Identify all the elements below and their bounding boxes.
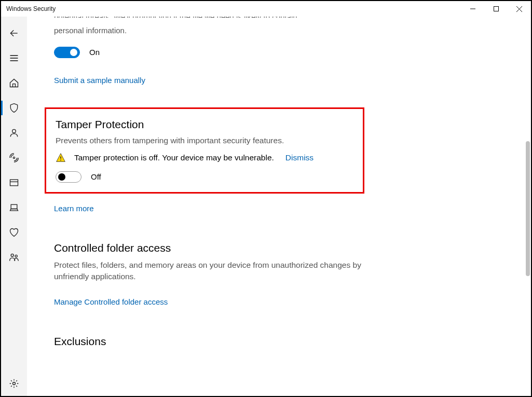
person-icon — [9, 128, 19, 138]
sidebar-item-account[interactable] — [1, 120, 27, 145]
gear-icon — [9, 378, 19, 389]
svg-rect-1 — [494, 7, 498, 11]
maximize-icon — [494, 6, 499, 11]
truncated-text-top: potential threats. We'll prompt you if t… — [54, 17, 454, 18]
exclusions-section: Exclusions — [54, 335, 454, 348]
maximize-button[interactable] — [484, 1, 508, 17]
sidebar-item-home[interactable] — [1, 71, 27, 95]
scrollbar-thumb[interactable] — [526, 141, 530, 276]
truncated-text-line2: personal information. — [54, 25, 454, 36]
dismiss-link[interactable]: Dismiss — [285, 153, 313, 162]
sidebar-item-firewall[interactable] — [1, 145, 27, 170]
tamper-toggle[interactable] — [56, 171, 81, 183]
tamper-learn-more-link[interactable]: Learn more — [54, 204, 94, 213]
main-content[interactable]: potential threats. We'll prompt you if t… — [27, 17, 531, 396]
tamper-toggle-state: Off — [91, 172, 101, 181]
sidebar-item-family[interactable] — [1, 245, 27, 270]
submit-sample-link[interactable]: Submit a sample manually — [54, 76, 145, 85]
close-icon — [516, 6, 522, 12]
sidebar — [1, 17, 27, 396]
shield-icon — [9, 103, 19, 113]
window-icon — [9, 177, 19, 188]
close-button[interactable] — [508, 1, 531, 17]
controlled-folder-section: Controlled folder access Protect files, … — [54, 242, 454, 306]
tamper-warning-text: Tamper protection is off. Your device ma… — [74, 153, 274, 162]
svg-point-18 — [60, 159, 61, 160]
family-icon — [9, 252, 19, 263]
laptop-icon — [9, 202, 19, 213]
sidebar-item-device-security[interactable] — [1, 195, 27, 220]
svg-rect-12 — [11, 204, 17, 209]
cfa-heading: Controlled folder access — [54, 242, 454, 254]
automatic-sample-toggle[interactable] — [54, 47, 80, 58]
minimize-button[interactable] — [461, 1, 484, 17]
svg-rect-10 — [10, 180, 18, 186]
back-arrow-icon — [9, 28, 19, 38]
window-controls — [461, 1, 531, 17]
tamper-protection-callout: Tamper Protection Prevents others from t… — [45, 107, 364, 194]
home-icon — [9, 78, 19, 88]
network-icon — [9, 153, 19, 163]
minimize-icon — [470, 6, 475, 11]
menu-button[interactable] — [1, 46, 27, 71]
sidebar-item-device-health[interactable] — [1, 220, 27, 245]
hamburger-icon — [9, 53, 19, 63]
titlebar: Windows Security — [1, 1, 531, 17]
manage-cfa-link[interactable]: Manage Controlled folder access — [54, 297, 168, 306]
scrollbar[interactable] — [526, 17, 530, 395]
window-title: Windows Security — [6, 5, 56, 12]
exclusions-heading: Exclusions — [54, 335, 454, 348]
sidebar-item-settings[interactable] — [1, 371, 27, 396]
heart-icon — [9, 227, 19, 238]
svg-point-9 — [13, 157, 15, 158]
tamper-description: Prevents others from tampering with impo… — [56, 136, 352, 145]
sidebar-item-virus-protection[interactable] — [1, 95, 27, 120]
toggle-state-label: On — [89, 48, 100, 57]
cfa-description: Protect files, folders, and memory areas… — [54, 259, 397, 283]
sidebar-item-app-browser[interactable] — [1, 170, 27, 195]
svg-point-13 — [11, 254, 13, 256]
back-button[interactable] — [1, 21, 27, 46]
svg-point-8 — [12, 129, 16, 133]
warning-icon — [56, 153, 66, 163]
svg-point-15 — [13, 382, 16, 385]
tamper-heading: Tamper Protection — [56, 118, 352, 131]
svg-point-14 — [15, 255, 17, 257]
